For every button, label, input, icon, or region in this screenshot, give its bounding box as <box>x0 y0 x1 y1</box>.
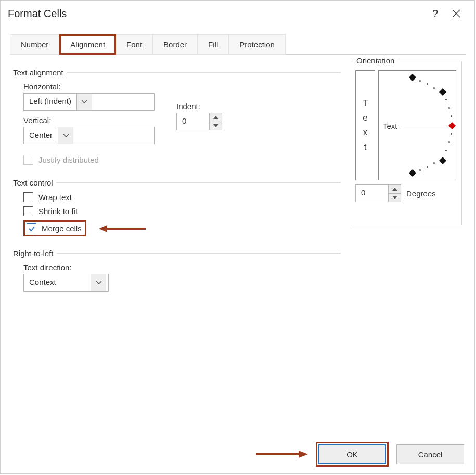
degrees-value: 0 <box>356 185 388 202</box>
dialog-title: Format Cells <box>8 8 67 20</box>
shrink-row[interactable]: Shrink to fit <box>23 206 341 216</box>
ok-button[interactable]: OK <box>318 444 386 464</box>
group-rtl-header: Right-to-left <box>13 249 54 258</box>
annotation-arrow-ok <box>256 449 308 459</box>
svg-marker-3 <box>299 451 308 458</box>
footer: OK Cancel <box>256 444 464 464</box>
text-direction-label: Text direction: <box>23 263 341 272</box>
tab-border[interactable]: Border <box>153 34 198 55</box>
degrees-label: Degrees <box>406 189 436 198</box>
spin-up-icon[interactable] <box>210 113 222 122</box>
tab-body: Text alignment Horizontal: Left (Indent) <box>1 55 474 439</box>
wrap-text-label: Wrap text <box>38 193 72 202</box>
chevron-down-icon <box>76 94 92 110</box>
tab-protection[interactable]: Protection <box>229 34 286 55</box>
spin-down-icon[interactable] <box>210 122 222 130</box>
degrees-spin[interactable]: 0 <box>355 184 401 202</box>
tab-number[interactable]: Number <box>10 34 59 55</box>
group-text-alignment: Text alignment Horizontal: Left (Indent) <box>13 68 341 169</box>
spin-up-icon[interactable] <box>389 185 401 194</box>
orientation-handle[interactable] <box>448 122 456 129</box>
orientation-wheel-text: Text <box>383 122 397 130</box>
tabs: Number Alignment Font Border Fill Protec… <box>10 34 466 55</box>
text-direction-value: Context <box>24 274 91 291</box>
format-cells-dialog: Format Cells ? Number Alignment Font Bor… <box>0 0 475 474</box>
titlebar: Format Cells ? <box>1 1 474 27</box>
spin-down-icon[interactable] <box>389 194 401 202</box>
close-button[interactable] <box>445 6 467 21</box>
group-text-alignment-header: Text alignment <box>13 68 63 77</box>
shrink-checkbox[interactable] <box>23 206 33 216</box>
vertical-value: Center <box>24 127 58 144</box>
annotation-arrow-merge <box>99 223 146 234</box>
justify-distributed-label: Justify distributed <box>38 155 99 164</box>
chevron-down-icon <box>58 127 73 144</box>
vtext-char: T <box>363 98 368 109</box>
tab-font[interactable]: Font <box>116 34 153 55</box>
svg-marker-1 <box>99 225 107 232</box>
merge-cells-highlight: Merge cells <box>23 220 86 236</box>
help-button[interactable]: ? <box>425 6 445 22</box>
indent-value: 0 <box>177 113 209 130</box>
vertical-combo[interactable]: Center <box>23 127 155 144</box>
chevron-down-icon <box>91 274 106 291</box>
vtext-char: t <box>364 142 367 152</box>
horizontal-label: Horizontal: <box>23 82 155 91</box>
merge-cells-label: Merge cells <box>42 224 82 233</box>
indent-label: Indent: <box>176 102 222 111</box>
group-text-control-header: Text control <box>13 178 53 187</box>
group-rtl: Right-to-left Text direction: Context <box>13 249 341 292</box>
tab-fill[interactable]: Fill <box>198 34 229 55</box>
horizontal-combo[interactable]: Left (Indent) <box>23 93 155 111</box>
vertical-label: Vertical: <box>23 116 155 125</box>
vtext-char: e <box>363 113 367 123</box>
orientation-wheel[interactable]: Text <box>378 70 456 180</box>
merge-cells-checkbox[interactable] <box>27 223 36 233</box>
orientation-line <box>402 126 448 126</box>
text-direction-combo[interactable]: Context <box>23 274 109 292</box>
justify-distributed-checkbox <box>23 155 33 165</box>
vtext-char: x <box>363 127 368 138</box>
indent-spin[interactable]: 0 <box>176 113 222 130</box>
group-orientation-header: Orientation <box>354 56 396 65</box>
shrink-label: Shrink to fit <box>38 207 78 216</box>
cancel-button[interactable]: Cancel <box>396 444 464 464</box>
orientation-vertical-text[interactable]: T e x t <box>355 70 375 180</box>
horizontal-value: Left (Indent) <box>24 94 76 110</box>
wrap-text-checkbox[interactable] <box>23 192 33 202</box>
justify-distributed-row: Justify distributed <box>23 155 155 165</box>
wrap-text-row[interactable]: Wrap text <box>23 192 341 202</box>
group-orientation: Orientation T e x t Text <box>351 61 462 225</box>
tab-alignment[interactable]: Alignment <box>59 34 116 55</box>
group-text-control: Text control Wrap text Shrink to fit <box>13 178 341 236</box>
